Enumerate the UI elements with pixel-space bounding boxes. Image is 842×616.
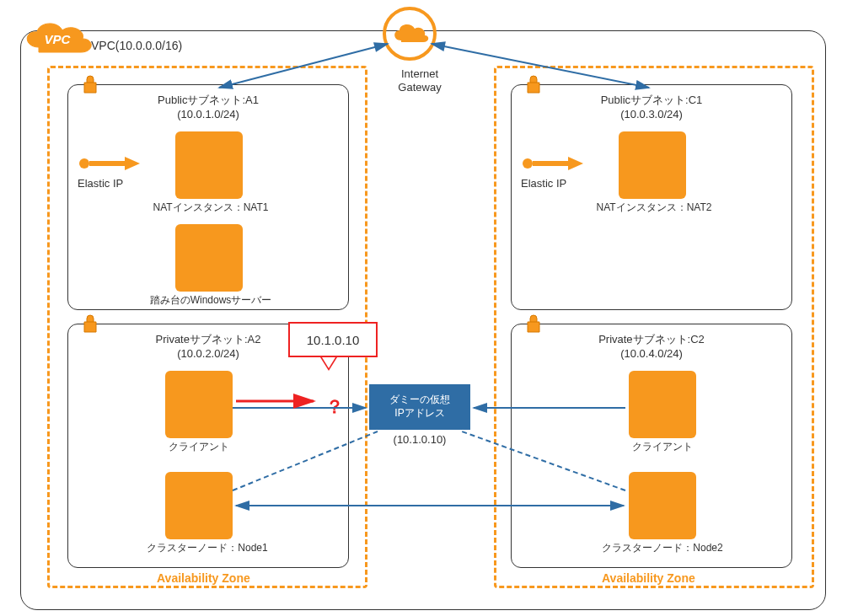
svg-point-1	[79, 158, 89, 169]
node1-label: クラスターノード：Node1	[123, 541, 292, 555]
vpc-badge-icon: VPC	[20, 19, 94, 60]
svg-marker-3	[125, 157, 140, 170]
client-c2-label: クライアント	[603, 440, 721, 454]
node1-box	[165, 472, 233, 539]
dummy-vip-ip: (10.1.0.10)	[369, 433, 470, 446]
lock-icon	[523, 312, 544, 334]
vpc-badge-text: VPC	[45, 32, 72, 46]
bastion-box	[175, 224, 243, 292]
vpc-label: VPC(10.0.0.0/16)	[91, 39, 182, 52]
elastic-ip-icon	[521, 155, 588, 172]
diagram-canvas: VPC VPC(10.0.0.0/16) Internet Gateway Av…	[0, 0, 842, 616]
elastic-ip-label-c1: Elastic IP	[521, 177, 566, 190]
callout-ip: 10.1.0.10	[288, 322, 378, 357]
elastic-ip-label-a1: Elastic IP	[78, 177, 123, 190]
lock-icon	[79, 312, 101, 334]
subnet-a1-cidr: (10.0.1.0/24)	[177, 108, 239, 121]
lock-icon	[79, 72, 101, 94]
dummy-vip-box: ダミーの仮想 IPアドレス	[369, 384, 470, 430]
subnet-c2-cidr: (10.0.4.0/24)	[620, 347, 683, 360]
nat2-box	[619, 131, 686, 199]
subnet-c2-title: Privateサブネット:C2 (10.0.4.0/24)	[512, 333, 791, 362]
az-label-right: Availability Zone	[602, 571, 695, 585]
client-c2-box	[629, 371, 696, 438]
question-mark: ？	[325, 394, 344, 420]
internet-gateway-icon	[383, 7, 437, 63]
bastion-label: 踏み台のWindowsサーバー	[118, 293, 303, 308]
subnet-c2-name: Privateサブネット:C2	[598, 333, 705, 345]
node2-box	[629, 472, 696, 539]
callout-tail-inner-icon	[322, 357, 335, 368]
subnet-a2-cidr: (10.0.2.0/24)	[177, 347, 239, 360]
svg-point-4	[523, 158, 533, 169]
client-a2-label: クライアント	[140, 440, 258, 454]
subnet-c1-name: Publicサブネット:C1	[601, 94, 703, 106]
svg-marker-6	[568, 157, 583, 170]
az-label-left: Availability Zone	[157, 571, 250, 585]
nat1-box	[175, 131, 243, 199]
nat2-label: NATインスタンス：NAT2	[561, 201, 747, 215]
lock-icon	[523, 72, 544, 94]
subnet-a2-name: Privateサブネット:A2	[156, 333, 261, 345]
subnet-a1-title: Publicサブネット:A1 (10.0.1.0/24)	[68, 94, 348, 122]
subnet-a1-name: Publicサブネット:A1	[158, 94, 259, 106]
nat1-label: NATインスタンス：NAT1	[118, 201, 303, 215]
subnet-c1-title: Publicサブネット:C1 (10.0.3.0/24)	[512, 94, 791, 122]
subnet-c1-cidr: (10.0.3.0/24)	[620, 108, 683, 121]
internet-gateway-label: Internet Gateway	[378, 67, 462, 94]
node2-label: クラスターノード：Node2	[578, 541, 747, 555]
client-a2-box	[165, 371, 233, 438]
elastic-ip-icon	[78, 155, 145, 172]
